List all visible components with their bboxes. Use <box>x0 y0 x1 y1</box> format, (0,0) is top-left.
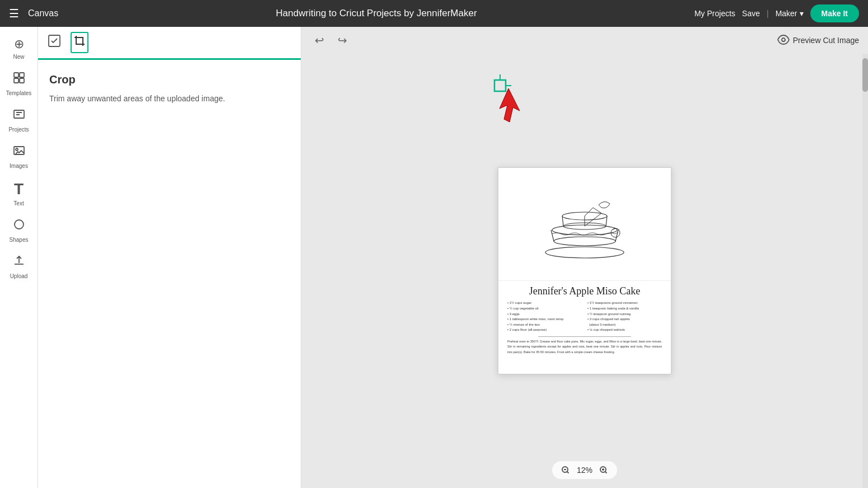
preview-cut-button[interactable]: Preview Cut Image <box>777 35 859 46</box>
sidebar-item-templates[interactable]: Templates <box>0 65 38 102</box>
save-link[interactable]: Save <box>742 9 760 18</box>
projects-icon <box>12 107 26 124</box>
svg-point-10 <box>545 247 624 258</box>
sidebar-label-text: Text <box>13 200 24 207</box>
preview-label: Preview Cut Image <box>793 36 859 45</box>
svg-rect-3 <box>20 78 24 83</box>
header-title: Handwriting to Cricut Projects by Jennif… <box>67 8 685 19</box>
cursor-annotation <box>486 72 514 102</box>
sidebar-item-upload[interactable]: Upload <box>0 248 38 285</box>
sidebar-label-images: Images <box>10 163 28 169</box>
ingredients-right: • 1½ teaspoons ground cinnamon • 1 teasp… <box>587 301 662 333</box>
doc-title: Jennifer's Apple Miso Cake <box>507 285 662 297</box>
doc-text: Jennifer's Apple Miso Cake • 1½ cups sug… <box>498 281 671 359</box>
svg-point-7 <box>15 220 24 229</box>
document-preview: Jennifer's Apple Miso Cake • 1½ cups sug… <box>498 167 671 374</box>
header-right: My Projects Save | Maker ▾ Make It <box>694 4 859 22</box>
scrollbar[interactable] <box>862 54 868 488</box>
sidebar-label-upload: Upload <box>10 273 28 279</box>
panel-toolbar <box>38 27 301 60</box>
main-container: ⊕ New Templates Projects <box>0 27 868 488</box>
canvas-main[interactable]: Jennifer's Apple Miso Cake • 1½ cups sug… <box>301 54 868 488</box>
images-icon <box>12 144 26 161</box>
eye-icon <box>777 35 790 46</box>
canvas-label: Canvas <box>28 8 58 18</box>
maker-label: Maker <box>776 9 797 18</box>
maker-dropdown[interactable]: Maker ▾ <box>776 9 804 18</box>
sidebar-label-templates: Templates <box>6 90 32 96</box>
canvas-toolbar: ↩ ↪ Preview Cut Image <box>301 27 868 54</box>
crop-icon[interactable] <box>71 32 88 53</box>
header: ☰ Canvas Handwriting to Cricut Projects … <box>0 0 868 27</box>
scrollbar-thumb[interactable] <box>862 58 868 92</box>
crop-description: Trim away unwanted areas of the uploaded… <box>49 93 290 105</box>
canvas-area: ↩ ↪ Preview Cut Image <box>301 27 868 488</box>
svg-rect-4 <box>14 110 24 118</box>
sidebar-label-shapes: Shapes <box>10 237 29 243</box>
sidebar-item-projects[interactable]: Projects <box>0 102 38 138</box>
cake-drawing <box>498 168 671 281</box>
zoom-in-button[interactable] <box>597 463 610 477</box>
svg-marker-25 <box>500 88 520 122</box>
doc-divider <box>538 336 631 337</box>
sidebar: ⊕ New Templates Projects <box>0 27 38 488</box>
doc-body: Preheat oven to 350°F. Grease and flour … <box>507 339 662 355</box>
svg-rect-2 <box>14 78 18 83</box>
svg-point-6 <box>16 148 18 151</box>
ingredients-left: • 1½ cups sugar • ½ cup vegetable oil • … <box>507 301 582 333</box>
svg-point-11 <box>554 237 615 246</box>
redo-button[interactable]: ↪ <box>333 31 352 49</box>
templates-icon <box>12 71 26 88</box>
zoom-out-button[interactable] <box>559 463 572 477</box>
my-projects-link[interactable]: My Projects <box>694 9 735 18</box>
panel-content: Crop Trim away unwanted areas of the upl… <box>38 60 301 488</box>
chevron-down-icon: ▾ <box>800 9 804 18</box>
sidebar-label-projects: Projects <box>8 126 29 133</box>
hamburger-icon[interactable]: ☰ <box>9 7 19 20</box>
doc-ingredients: • 1½ cups sugar • ½ cup vegetable oil • … <box>507 301 662 333</box>
zoom-controls: 12% <box>552 461 617 479</box>
sidebar-item-shapes[interactable]: Shapes <box>0 212 38 248</box>
new-icon: ⊕ <box>14 37 24 51</box>
svg-rect-0 <box>14 73 18 77</box>
undo-button[interactable]: ↩ <box>310 31 329 49</box>
sidebar-item-new[interactable]: ⊕ New <box>0 31 38 65</box>
svg-point-9 <box>782 38 785 41</box>
sidebar-item-text[interactable]: T Text <box>0 175 38 212</box>
sidebar-label-new: New <box>13 54 24 60</box>
edit-panel: Crop Trim away unwanted areas of the upl… <box>38 27 301 488</box>
text-icon: T <box>14 180 24 198</box>
make-it-button[interactable]: Make It <box>810 4 859 22</box>
upload-icon <box>12 254 26 271</box>
sidebar-item-images[interactable]: Images <box>0 138 38 175</box>
edit-icon[interactable] <box>45 31 64 54</box>
crop-heading: Crop <box>49 73 290 86</box>
svg-rect-1 <box>20 73 24 77</box>
shapes-icon <box>12 218 26 234</box>
zoom-percent: 12% <box>577 466 592 475</box>
header-divider: | <box>767 9 769 18</box>
svg-rect-22 <box>494 80 506 91</box>
